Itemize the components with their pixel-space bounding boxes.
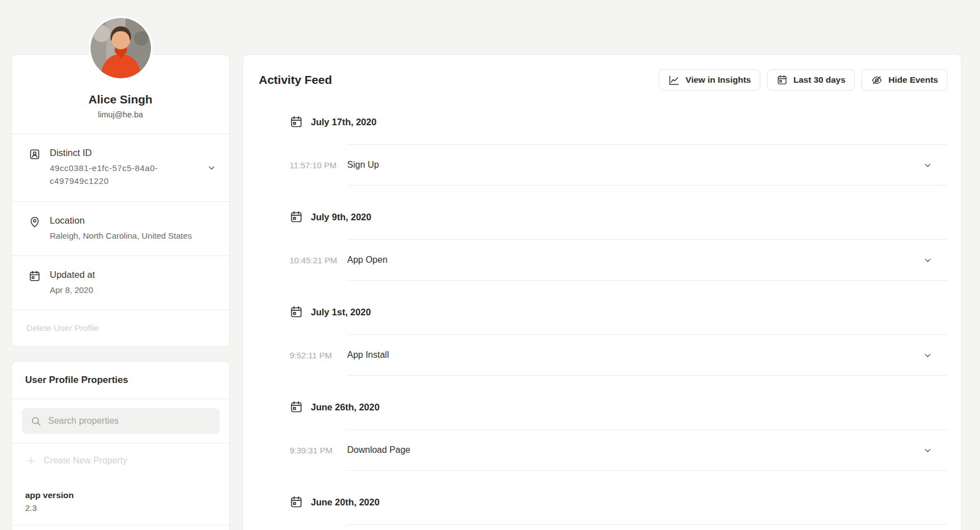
chevron-down-icon[interactable] — [924, 446, 932, 455]
profile-card: Alice Singh limuj@he.ba Distinct ID 49cc… — [11, 54, 230, 347]
feed-group-events: 11:57:10 PM Sign Up — [290, 145, 948, 186]
create-new-property-button[interactable]: Create New Property — [12, 443, 229, 478]
search-icon — [31, 416, 41, 427]
button-label: View in Insights — [685, 75, 751, 85]
field-label: Distinct ID — [50, 148, 172, 158]
divider — [12, 525, 229, 526]
event-row[interactable]: 9:39:31 PM Download Page — [290, 430, 948, 470]
feed-date-label: July 17th, 2020 — [311, 117, 376, 127]
chevron-down-icon[interactable] — [207, 163, 216, 172]
distinct-id-row: Distinct ID 49cc0381-e1fc-57c5-84a0-c497… — [12, 134, 229, 201]
plus-icon — [26, 456, 36, 466]
feed-group: July 9th, 2020 10:45:21 PM App Open — [290, 210, 948, 281]
updated-at-value: Apr 8, 2020 — [50, 283, 95, 296]
feed-group: July 17th, 2020 11:57:10 PM Sign Up — [290, 115, 948, 186]
chevron-down-icon[interactable] — [924, 161, 932, 169]
feed-actions: View in Insights Last 30 days — [659, 69, 948, 91]
location-value: Raleigh, North Carolina, United States — [50, 229, 192, 242]
avatar — [91, 18, 151, 78]
calendar-icon — [290, 305, 303, 319]
property-item[interactable]: app version 2.3 — [12, 478, 229, 525]
feed-date-label: July 1st, 2020 — [311, 307, 371, 318]
event-time: 9:39:31 PM — [290, 446, 347, 455]
event-row[interactable]: 11:57:10 PM Sign Up — [290, 145, 948, 185]
delete-user-profile-button[interactable]: Delete User Profile — [12, 310, 229, 346]
feed-group-events: 9:39:31 PM Download Page — [290, 430, 948, 471]
divider — [347, 470, 948, 471]
id-badge-icon — [29, 148, 41, 160]
feed-date-header: July 1st, 2020 — [290, 305, 948, 319]
event-time: 9:52:11 PM — [290, 351, 347, 360]
calendar-icon — [29, 270, 41, 282]
feed-group: June 20th, 2020 — [290, 495, 948, 525]
event-row[interactable]: 9:52:11 PM App Install — [290, 335, 948, 375]
calendar-icon — [290, 400, 303, 414]
event-name: Sign Up — [347, 160, 924, 170]
feed-date-label: June 26th, 2020 — [311, 402, 380, 413]
view-in-insights-button[interactable]: View in Insights — [659, 69, 760, 91]
feed-group-events: 9:52:11 PM App Install — [290, 335, 948, 376]
divider — [347, 524, 948, 525]
activity-feed-card: Activity Feed View in Insights — [243, 54, 962, 530]
profile-name: Alice Singh — [12, 93, 229, 106]
divider — [347, 280, 948, 281]
chevron-down-icon[interactable] — [924, 256, 932, 264]
field-label: Location — [50, 215, 192, 226]
event-name: App Install — [347, 350, 924, 360]
event-name: Download Page — [347, 445, 924, 455]
calendar-icon — [777, 74, 788, 86]
profile-sidebar: Alice Singh limuj@he.ba Distinct ID 49cc… — [11, 0, 230, 530]
avatar-image — [91, 18, 151, 78]
properties-title: User Profile Properties — [12, 362, 229, 399]
activity-feed-title: Activity Feed — [259, 73, 332, 87]
user-profile-page: Alice Singh limuj@he.ba Distinct ID 49cc… — [0, 0, 980, 530]
feed-date-label: July 9th, 2020 — [311, 212, 371, 223]
field-label: Updated at — [50, 269, 95, 280]
chevron-down-icon[interactable] — [924, 351, 932, 359]
line-chart-icon — [668, 74, 680, 86]
profile-email: limuj@he.ba — [12, 110, 229, 134]
last-30-days-button[interactable]: Last 30 days — [767, 69, 855, 91]
divider — [347, 185, 948, 186]
feed-date-header: July 17th, 2020 — [290, 115, 948, 129]
search-placeholder: Search properties — [48, 416, 119, 426]
feed-date-header: June 26th, 2020 — [290, 400, 948, 414]
property-name: app version — [25, 490, 216, 500]
search-wrap: Search properties — [12, 399, 229, 443]
updated-at-row: Updated at Apr 8, 2020 — [12, 256, 229, 310]
feed-date-header: June 20th, 2020 — [290, 495, 948, 509]
activity-feed-list: July 17th, 2020 11:57:10 PM Sign Up — [290, 115, 948, 525]
feed-date-label: June 20th, 2020 — [311, 497, 380, 508]
button-label: Hide Events — [888, 75, 938, 85]
feed-date-header: July 9th, 2020 — [290, 210, 948, 224]
feed-group-events: 10:45:21 PM App Open — [290, 240, 948, 281]
feed-group: June 26th, 2020 9:39:31 PM Download Page — [290, 400, 948, 471]
calendar-icon — [290, 210, 303, 224]
event-row[interactable]: 10:45:21 PM App Open — [290, 240, 948, 280]
hide-events-button[interactable]: Hide Events — [861, 69, 948, 91]
event-time: 11:57:10 PM — [290, 160, 347, 170]
button-label: Last 30 days — [793, 75, 845, 85]
event-name: App Open — [347, 255, 924, 265]
divider — [347, 375, 948, 376]
create-new-property-label: Create New Property — [44, 456, 127, 466]
calendar-icon — [290, 495, 303, 509]
feed-group: July 1st, 2020 9:52:11 PM App Install — [290, 305, 948, 376]
search-input[interactable]: Search properties — [22, 408, 220, 434]
calendar-icon — [290, 115, 303, 129]
user-profile-properties-card: User Profile Properties Search propertie… — [11, 361, 230, 530]
location-pin-icon — [29, 216, 41, 228]
property-value: 2.3 — [25, 503, 216, 513]
distinct-id-value: 49cc0381-e1fc-57c5-84a0-c497949c1220 — [50, 162, 172, 188]
event-time: 10:45:21 PM — [290, 255, 347, 265]
activity-feed-header: Activity Feed View in Insights — [259, 69, 948, 91]
eye-off-icon — [871, 74, 883, 86]
location-row: Location Raleigh, North Carolina, United… — [12, 202, 229, 255]
